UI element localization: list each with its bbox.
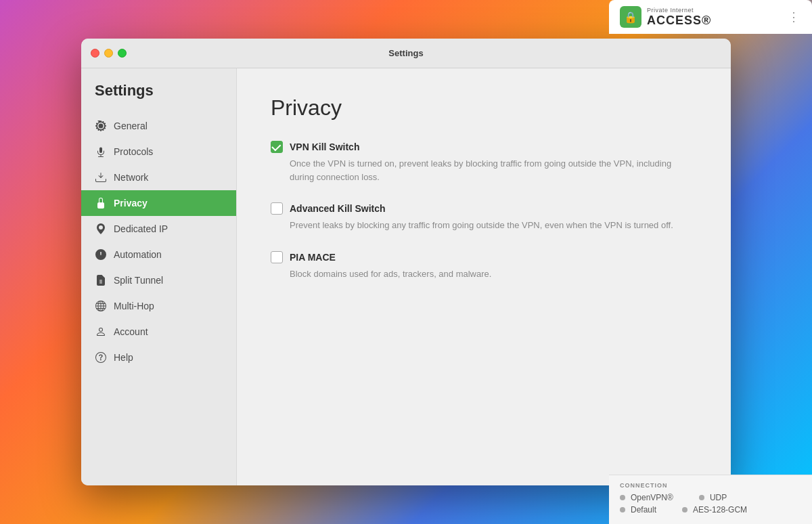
sidebar-item-split-tunnel[interactable]: Split Tunnel xyxy=(81,267,236,293)
advanced-kill-switch-description: Prevent leaks by blocking any traffic fr… xyxy=(271,219,677,232)
sidebar-item-automation[interactable]: Automation xyxy=(81,242,236,267)
vpn-kill-switch-label: VPN Kill Switch xyxy=(290,141,359,152)
pia-shield-icon: 🔒 xyxy=(620,6,641,28)
aes-label: AES-128-GCM xyxy=(693,505,747,515)
pia-mace-checkbox[interactable] xyxy=(271,251,283,263)
connection-title: CONNECTION xyxy=(620,482,801,489)
pia-menu-dots[interactable]: ⋮ xyxy=(788,9,801,24)
openvpn-dot xyxy=(620,495,625,500)
setting-pia-mace: PIA MACE Block domains used for ads, tra… xyxy=(271,251,697,281)
pia-logo: 🔒 Private Internet ACCESS® xyxy=(620,6,711,28)
content-area: Settings General Protocols Net xyxy=(81,68,731,485)
pia-small-text: Private Internet xyxy=(647,7,711,14)
sidebar-title: Settings xyxy=(81,82,236,113)
settings-window: Settings Settings General Protocols xyxy=(81,39,731,485)
globe-icon xyxy=(95,300,107,312)
sidebar-item-multi-hop[interactable]: Multi-Hop xyxy=(81,293,236,319)
network-icon xyxy=(95,171,107,183)
sidebar-label-privacy: Privacy xyxy=(114,198,148,209)
sidebar-item-general[interactable]: General xyxy=(81,113,236,139)
split-icon xyxy=(95,274,107,286)
aes-dot xyxy=(682,507,687,512)
location-icon xyxy=(95,223,107,235)
fullscreen-button[interactable] xyxy=(118,49,127,58)
sidebar-label-split-tunnel: Split Tunnel xyxy=(114,275,163,286)
pia-mace-description: Block domains used for ads, trackers, an… xyxy=(271,267,677,281)
sidebar-item-protocols[interactable]: Protocols xyxy=(81,139,236,165)
automation-icon xyxy=(95,248,107,261)
default-label: Default xyxy=(631,505,656,515)
vpn-kill-switch-description: Once the VPN is turned on, prevent leaks… xyxy=(271,157,677,183)
udp-dot xyxy=(699,495,704,500)
lock-icon xyxy=(95,197,107,209)
sidebar-label-multi-hop: Multi-Hop xyxy=(114,301,154,311)
page-title: Privacy xyxy=(271,95,697,121)
question-icon xyxy=(95,351,107,364)
title-bar: Settings xyxy=(81,39,731,68)
traffic-lights xyxy=(91,49,127,58)
sidebar-label-protocols: Protocols xyxy=(114,146,153,157)
sidebar-item-privacy[interactable]: Privacy xyxy=(81,190,236,216)
sidebar-label-account: Account xyxy=(114,326,148,337)
close-button[interactable] xyxy=(91,49,99,58)
openvpn-label: OpenVPN® xyxy=(631,493,673,502)
minimize-button[interactable] xyxy=(104,49,113,58)
sidebar-label-automation: Automation xyxy=(114,249,162,260)
pia-mace-label: PIA MACE xyxy=(290,252,336,263)
advanced-kill-switch-checkbox[interactable] xyxy=(271,202,283,215)
window-title: Settings xyxy=(388,48,423,58)
advanced-kill-switch-label: Advanced Kill Switch xyxy=(290,203,386,214)
sidebar-label-dedicated-ip: Dedicated IP xyxy=(114,223,168,234)
vpn-kill-switch-checkbox[interactable] xyxy=(271,141,283,153)
sidebar: Settings General Protocols Net xyxy=(81,68,237,485)
setting-vpn-kill-switch: VPN Kill Switch Once the VPN is turned o… xyxy=(271,141,697,183)
sidebar-item-help[interactable]: Help xyxy=(81,345,236,370)
protocols-icon xyxy=(95,146,107,158)
setting-advanced-kill-switch: Advanced Kill Switch Prevent leaks by bl… xyxy=(271,202,697,232)
sidebar-label-general: General xyxy=(114,121,148,131)
sidebar-item-account[interactable]: Account xyxy=(81,319,236,345)
sidebar-label-network: Network xyxy=(114,172,148,183)
person-icon xyxy=(95,326,107,338)
pia-big-text: ACCESS® xyxy=(647,14,711,28)
main-content: Privacy VPN Kill Switch Once the VPN is … xyxy=(237,68,731,485)
default-dot xyxy=(620,507,625,512)
sidebar-label-help: Help xyxy=(114,352,133,363)
gear-icon xyxy=(95,120,107,132)
udp-label: UDP xyxy=(710,493,727,502)
sidebar-item-dedicated-ip[interactable]: Dedicated IP xyxy=(81,216,236,242)
sidebar-item-network[interactable]: Network xyxy=(81,165,236,190)
